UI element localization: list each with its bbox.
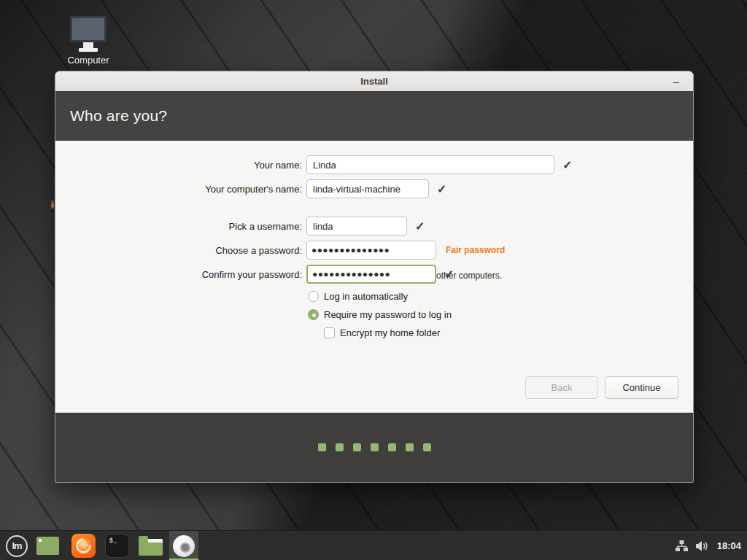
volume-icon[interactable] — [696, 540, 709, 552]
name-input[interactable] — [306, 155, 554, 174]
window-titlebar[interactable]: Install – — [55, 71, 693, 91]
files-launcher[interactable] — [136, 531, 165, 560]
progress-step-dot — [388, 443, 396, 451]
require-password-label: Require my password to log in — [324, 309, 452, 320]
encrypt-home-checkbox[interactable] — [324, 327, 335, 338]
cursor-artifact — [51, 201, 54, 211]
progress-step-dot — [353, 443, 361, 451]
continue-button[interactable]: Continue — [605, 376, 678, 399]
computer-monitor-base — [79, 48, 98, 52]
password-strength-text: Fair password — [446, 245, 505, 255]
username-label: Pick a username: — [55, 221, 302, 232]
login-automatically-option[interactable]: Log in automatically — [308, 291, 408, 302]
show-desktop-button[interactable] — [34, 531, 61, 560]
taskbar: lm $_ — [0, 530, 747, 560]
clock[interactable]: 18:04 — [717, 540, 741, 551]
network-icon[interactable] — [676, 540, 688, 551]
mint-menu-button[interactable]: lm — [3, 531, 31, 560]
require-password-radio[interactable] — [308, 309, 319, 320]
computer-name-valid-check-icon: ✓ — [437, 182, 446, 196]
login-automatically-label: Log in automatically — [324, 291, 408, 302]
mint-logo-icon: lm — [6, 535, 28, 557]
installer-footer — [55, 413, 693, 482]
username-input[interactable] — [306, 217, 407, 236]
encrypt-home-label: Encrypt my home folder — [340, 327, 440, 338]
folder-icon — [139, 536, 163, 556]
back-button[interactable]: Back — [525, 376, 598, 399]
system-tray: 18:04 — [676, 531, 741, 560]
encrypt-home-option[interactable]: Encrypt my home folder — [324, 327, 440, 338]
firefox-swirl-icon — [72, 535, 94, 557]
computer-name-label: Your computer's name: — [55, 184, 302, 195]
confirm-password-row: Confirm your password: ✓ — [55, 265, 454, 284]
username-valid-check-icon: ✓ — [415, 219, 425, 233]
page-header: Who are you? — [55, 91, 693, 141]
password-row: Choose a password: Fair password — [55, 241, 505, 260]
desktop-icon-computer[interactable]: Computer — [59, 16, 117, 66]
password-label: Choose a password: — [55, 245, 302, 256]
computer-monitor-stand — [83, 42, 93, 48]
mint-logo-letters: lm — [12, 540, 21, 551]
progress-dots — [318, 443, 431, 451]
name-row: Your name: ✓ — [55, 155, 572, 174]
page-title: Who are you? — [70, 107, 167, 125]
require-password-option[interactable]: Require my password to log in — [308, 309, 452, 320]
minimize-button[interactable]: – — [667, 71, 686, 91]
password-input[interactable] — [306, 241, 436, 260]
computer-monitor-icon — [70, 16, 107, 42]
terminal-prompt-glyph: $_ — [109, 537, 117, 545]
desktop-icon-label: Computer — [59, 55, 117, 66]
progress-step-dot — [336, 443, 344, 451]
installer-taskbar-button[interactable] — [169, 531, 198, 560]
confirm-password-label: Confirm your password: — [55, 269, 302, 280]
firefox-icon — [71, 534, 96, 558]
computer-name-input[interactable] — [306, 179, 429, 198]
confirm-password-input[interactable] — [306, 265, 436, 284]
folder-lid — [148, 539, 163, 542]
computer-name-row: Your computer's name: ✓ — [55, 179, 446, 198]
terminal-icon: $_ — [105, 534, 129, 558]
progress-step-dot — [423, 443, 431, 451]
name-label: Your name: — [55, 160, 302, 171]
confirm-valid-check-icon: ✓ — [444, 268, 454, 281]
firefox-launcher[interactable] — [69, 531, 98, 560]
install-window: Install – Who are you? Your name: ✓ Your… — [55, 71, 694, 483]
username-row: Pick a username: ✓ — [55, 217, 425, 236]
progress-step-dot — [318, 443, 326, 451]
progress-step-dot — [406, 443, 414, 451]
login-automatically-radio[interactable] — [308, 291, 319, 302]
terminal-launcher[interactable]: $_ — [102, 531, 131, 560]
window-title: Install — [360, 76, 388, 87]
installer-disc-icon — [173, 535, 195, 557]
progress-step-dot — [371, 443, 379, 451]
name-valid-check-icon: ✓ — [562, 158, 572, 172]
show-desktop-icon — [36, 537, 59, 555]
